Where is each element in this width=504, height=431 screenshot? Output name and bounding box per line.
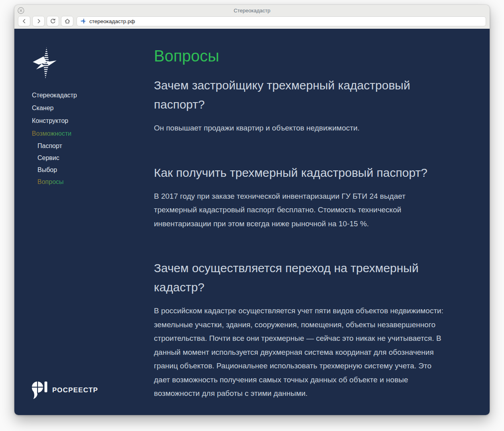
chevron-right-icon [35, 18, 42, 24]
question-heading: Как получить трехмерный кадастровый пасп… [154, 163, 447, 182]
answer-text: В российском кадастре осуществляется уче… [154, 304, 447, 401]
answer-text: В 2017 году при заказе технической инвен… [154, 190, 447, 231]
back-button[interactable] [18, 16, 30, 26]
sidebar-item-skaner[interactable]: Сканер [32, 102, 140, 115]
sidebar-item-label[interactable]: Стереокадастр [32, 92, 77, 99]
home-button[interactable] [61, 16, 73, 26]
sidebar-item-konstruktor[interactable]: Конструктор [32, 115, 140, 127]
sidebar-item-label[interactable]: Вопросы [37, 178, 64, 185]
sidebar-item-vozmozhnosti[interactable]: Возможности [32, 127, 140, 140]
stereokadastr-star-logo-icon [33, 47, 57, 79]
sidebar-item-label[interactable]: Паспорт [37, 142, 62, 149]
chevron-left-icon [21, 18, 28, 24]
sidebar-item-pasport[interactable]: Паспорт [37, 140, 140, 152]
reload-icon [50, 18, 56, 24]
question-heading: Зачем застройщику трехмерный кадастровый… [154, 76, 447, 114]
sidebar-item-label[interactable]: Сервис [37, 154, 59, 161]
answer-text: Он повышает продажи квартир и объектов н… [154, 121, 447, 135]
sidebar: Стереокадастр Сканер Конструктор Возможн… [14, 29, 140, 415]
site-favicon-star-icon [80, 18, 87, 24]
sidebar-item-stereokadastr[interactable]: Стереокадастр [32, 89, 140, 102]
forward-button[interactable] [32, 16, 45, 26]
address-bar[interactable] [77, 16, 486, 26]
navigation-toolbar [14, 16, 490, 29]
qa-section: Как получить трехмерный кадастровый пасп… [154, 163, 447, 231]
url-input[interactable] [89, 18, 482, 24]
sidebar-nav: Стереокадастр Сканер Конструктор Возможн… [32, 89, 140, 188]
sidebar-item-label[interactable]: Выбор [37, 166, 57, 173]
rosreestr-logo-text: РОСРЕЕСТР [52, 386, 98, 394]
close-button[interactable] [18, 7, 24, 14]
rosreestr-emblem-icon [32, 382, 48, 399]
browser-window: Стереокадастр [14, 5, 490, 415]
question-heading: Зачем осуществляется переход на трехмерн… [154, 259, 447, 297]
reload-button[interactable] [47, 16, 59, 26]
page-content: Стереокадастр Сканер Конструктор Возможн… [14, 29, 490, 415]
sidebar-item-label[interactable]: Сканер [32, 105, 53, 111]
qa-section: Зачем застройщику трехмерный кадастровый… [154, 76, 447, 135]
sidebar-item-vybor[interactable]: Выбор [37, 164, 140, 176]
qa-section: Зачем осуществляется переход на трехмерн… [154, 259, 447, 401]
page-title: Вопросы [154, 46, 447, 65]
window-title: Стереокадастр [234, 8, 270, 14]
sidebar-item-servis[interactable]: Сервис [37, 152, 140, 164]
rosreestr-logo: РОСРЕЕСТР [32, 382, 140, 399]
sidebar-item-label[interactable]: Возможности [32, 130, 71, 137]
titlebar: Стереокадастр [14, 5, 490, 16]
sidebar-item-label[interactable]: Конструктор [32, 117, 68, 124]
home-icon [64, 18, 71, 24]
close-icon [18, 7, 24, 14]
sidebar-item-voprosy[interactable]: Вопросы [37, 176, 140, 188]
main-content: Вопросы Зачем застройщику трехмерный кад… [140, 29, 463, 415]
